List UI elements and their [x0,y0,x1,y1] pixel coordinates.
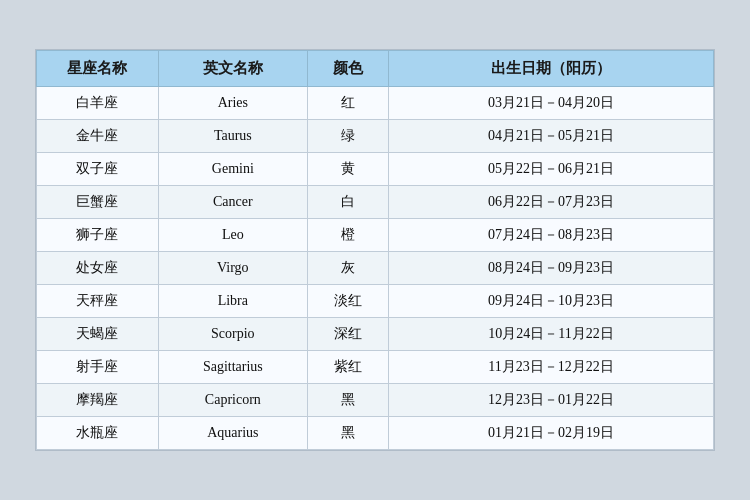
cell-date: 07月24日－08月23日 [389,219,714,252]
table-row: 金牛座Taurus绿04月21日－05月21日 [37,120,714,153]
cell-date: 05月22日－06月21日 [389,153,714,186]
cell-date: 10月24日－11月22日 [389,318,714,351]
cell-english: Sagittarius [158,351,307,384]
cell-color: 黄 [307,153,388,186]
table-body: 白羊座Aries红03月21日－04月20日金牛座Taurus绿04月21日－0… [37,87,714,450]
cell-chinese: 白羊座 [37,87,159,120]
cell-chinese: 双子座 [37,153,159,186]
table-row: 射手座Sagittarius紫红11月23日－12月22日 [37,351,714,384]
cell-english: Scorpio [158,318,307,351]
cell-chinese: 摩羯座 [37,384,159,417]
table-row: 天蝎座Scorpio深红10月24日－11月22日 [37,318,714,351]
cell-color: 橙 [307,219,388,252]
cell-english: Gemini [158,153,307,186]
cell-english: Capricorn [158,384,307,417]
cell-date: 03月21日－04月20日 [389,87,714,120]
cell-english: Taurus [158,120,307,153]
cell-color: 绿 [307,120,388,153]
header-date: 出生日期（阳历） [389,51,714,87]
cell-english: Cancer [158,186,307,219]
cell-chinese: 天蝎座 [37,318,159,351]
table-row: 白羊座Aries红03月21日－04月20日 [37,87,714,120]
cell-english: Aquarius [158,417,307,450]
table-row: 水瓶座Aquarius黑01月21日－02月19日 [37,417,714,450]
cell-chinese: 金牛座 [37,120,159,153]
header-chinese: 星座名称 [37,51,159,87]
cell-chinese: 处女座 [37,252,159,285]
cell-color: 淡红 [307,285,388,318]
cell-color: 灰 [307,252,388,285]
cell-chinese: 水瓶座 [37,417,159,450]
cell-color: 黑 [307,384,388,417]
table-row: 双子座Gemini黄05月22日－06月21日 [37,153,714,186]
table-row: 摩羯座Capricorn黑12月23日－01月22日 [37,384,714,417]
cell-color: 深红 [307,318,388,351]
cell-chinese: 天秤座 [37,285,159,318]
cell-chinese: 巨蟹座 [37,186,159,219]
zodiac-table-container: 星座名称 英文名称 颜色 出生日期（阳历） 白羊座Aries红03月21日－04… [35,49,715,451]
cell-date: 09月24日－10月23日 [389,285,714,318]
cell-color: 黑 [307,417,388,450]
cell-date: 08月24日－09月23日 [389,252,714,285]
cell-date: 12月23日－01月22日 [389,384,714,417]
cell-date: 04月21日－05月21日 [389,120,714,153]
cell-color: 白 [307,186,388,219]
cell-chinese: 射手座 [37,351,159,384]
cell-english: Leo [158,219,307,252]
cell-date: 01月21日－02月19日 [389,417,714,450]
cell-chinese: 狮子座 [37,219,159,252]
cell-date: 11月23日－12月22日 [389,351,714,384]
cell-english: Virgo [158,252,307,285]
cell-english: Libra [158,285,307,318]
cell-date: 06月22日－07月23日 [389,186,714,219]
header-color: 颜色 [307,51,388,87]
table-row: 天秤座Libra淡红09月24日－10月23日 [37,285,714,318]
table-row: 狮子座Leo橙07月24日－08月23日 [37,219,714,252]
header-english: 英文名称 [158,51,307,87]
table-row: 处女座Virgo灰08月24日－09月23日 [37,252,714,285]
table-header-row: 星座名称 英文名称 颜色 出生日期（阳历） [37,51,714,87]
cell-color: 红 [307,87,388,120]
table-row: 巨蟹座Cancer白06月22日－07月23日 [37,186,714,219]
zodiac-table: 星座名称 英文名称 颜色 出生日期（阳历） 白羊座Aries红03月21日－04… [36,50,714,450]
cell-english: Aries [158,87,307,120]
cell-color: 紫红 [307,351,388,384]
